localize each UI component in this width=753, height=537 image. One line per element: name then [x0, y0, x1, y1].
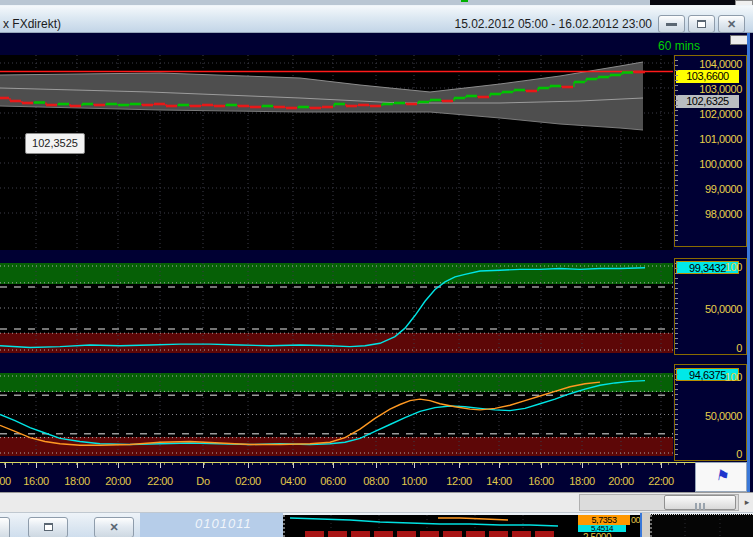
- close-icon: ✕: [719, 16, 744, 32]
- axis-tick: [675, 170, 678, 171]
- axis-tick: [675, 185, 678, 186]
- timeframe-label: 60 mins: [658, 39, 700, 53]
- axis-tick: [675, 444, 678, 445]
- bottom-restore-button[interactable]: [28, 517, 68, 537]
- time-minor-tick: [564, 463, 565, 465]
- axis-tick: [675, 318, 678, 319]
- scroll-strip: ▸: [0, 492, 753, 512]
- axis-tick: [675, 180, 678, 181]
- axis-tick: [675, 80, 678, 81]
- time-minor-tick: [228, 463, 229, 465]
- axis-tick: [675, 165, 678, 166]
- time-label: 04:00: [280, 475, 306, 487]
- time-minor-tick: [476, 463, 477, 465]
- mini-value-orange-box: 5,7353: [578, 515, 630, 525]
- axis-tick: [675, 155, 678, 156]
- time-minor-tick: [372, 463, 373, 465]
- close-icon: ✕: [95, 518, 133, 537]
- time-minor-tick: [636, 463, 637, 465]
- titlebar[interactable]: x FXdirekt) 15.02.2012 05:00 - 16.02.201…: [0, 5, 753, 33]
- indicator2-panel[interactable]: [0, 373, 673, 456]
- axis-tick: [675, 273, 678, 274]
- time-minor-tick: [652, 463, 653, 465]
- time-minor-tick: [572, 463, 573, 465]
- axis-tick: [675, 85, 678, 86]
- price-chart-panel[interactable]: 102,3525: [0, 55, 673, 250]
- second-mini-panel[interactable]: [650, 514, 753, 537]
- axis-tick: [675, 308, 678, 309]
- axis-tick: [675, 200, 678, 201]
- axis-label: 50,0000: [705, 410, 742, 422]
- axis-tick: [675, 394, 678, 395]
- horizontal-scrollbar[interactable]: [579, 494, 739, 511]
- flag-corner[interactable]: ⚑: [695, 462, 747, 492]
- minimize-button[interactable]: [658, 15, 685, 33]
- histogram-bar: [489, 531, 508, 537]
- histogram-bar: [374, 531, 393, 537]
- time-label: 22:00: [648, 475, 674, 487]
- mini-value-yellow: -2,5000: [580, 532, 611, 537]
- time-major-tick: [499, 463, 500, 468]
- time-minor-tick: [300, 463, 301, 465]
- indicator1-panel[interactable]: [0, 263, 673, 353]
- axis-tick: [675, 278, 678, 279]
- bottom-close-button[interactable]: ✕: [94, 517, 134, 537]
- time-major-tick: [541, 463, 542, 468]
- time-minor-tick: [100, 463, 101, 465]
- axis-tick: [675, 338, 678, 339]
- histogram-bar: [351, 531, 370, 537]
- indicator2-svg: [0, 373, 673, 456]
- time-minor-tick: [396, 463, 397, 465]
- time-major-tick: [414, 463, 415, 468]
- close-button[interactable]: ✕: [718, 15, 745, 33]
- minimize-icon: [666, 23, 677, 26]
- time-minor-tick: [260, 463, 261, 465]
- axis-tick: [675, 215, 678, 216]
- mini-chart-svg: [283, 515, 578, 537]
- time-label: 02:00: [235, 475, 261, 487]
- time-label: 10:00: [401, 475, 427, 487]
- time-minor-tick: [388, 463, 389, 465]
- time-axis: 0016:0018:0020:0022:00Do02:0004:0006:000…: [0, 462, 695, 492]
- time-minor-tick: [492, 463, 493, 465]
- axis-tick: [675, 328, 678, 329]
- axis-tick: [675, 268, 678, 269]
- axis-label: 100: [725, 261, 742, 273]
- time-minor-tick: [508, 463, 509, 465]
- axis-tick: [675, 115, 678, 116]
- axis-tick: [675, 374, 678, 375]
- time-minor-tick: [556, 463, 557, 465]
- grip-icon: [703, 503, 705, 510]
- time-major-tick: [248, 463, 249, 468]
- time-minor-tick: [204, 463, 205, 465]
- watermark-text: 0101011: [195, 516, 252, 531]
- time-minor-tick: [52, 463, 53, 465]
- scrollbar-thumb[interactable]: [664, 495, 736, 510]
- corner-widget[interactable]: [730, 35, 748, 45]
- time-minor-tick: [628, 463, 629, 465]
- time-major-tick: [459, 463, 460, 468]
- time-minor-tick: [452, 463, 453, 465]
- axis-tick: [675, 140, 678, 141]
- time-minor-tick: [612, 463, 613, 465]
- time-major-tick: [582, 463, 583, 468]
- axis-tick: [675, 160, 678, 161]
- restore-button[interactable]: [688, 15, 715, 33]
- mini-value-cyan-box: 5,4514: [578, 525, 626, 532]
- time-minor-tick: [236, 463, 237, 465]
- scroll-right-button[interactable]: ▸: [741, 495, 753, 510]
- axis-tick: [675, 195, 678, 196]
- time-minor-tick: [180, 463, 181, 465]
- time-minor-tick: [156, 463, 157, 465]
- mini-chart[interactable]: [283, 515, 578, 537]
- axis-tick: [675, 150, 678, 151]
- time-minor-tick: [92, 463, 93, 465]
- time-minor-tick: [140, 463, 141, 465]
- partial-button[interactable]: [0, 517, 10, 537]
- time-minor-tick: [316, 463, 317, 465]
- cyan-indicator-line: [0, 381, 645, 445]
- axis-tick: [675, 263, 678, 264]
- time-minor-tick: [172, 463, 173, 465]
- axis-tick: [675, 175, 678, 176]
- axis-tick: [675, 384, 678, 385]
